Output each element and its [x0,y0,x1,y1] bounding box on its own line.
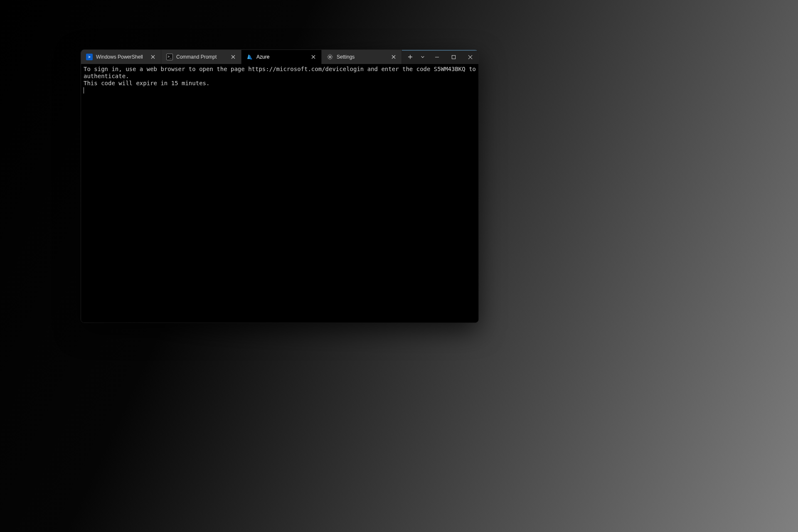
tab-label: Azure [256,54,306,60]
svg-point-2 [329,56,331,58]
window-controls [429,50,478,64]
close-icon [468,55,473,59]
powershell-icon: > [86,54,93,60]
tab-close-button[interactable] [310,53,317,61]
tab-label: Command Prompt [176,54,226,60]
minimize-button[interactable] [429,50,445,64]
svg-marker-1 [249,55,252,59]
tab-actions [402,50,429,64]
plus-icon [408,54,413,59]
tab-dropdown-button[interactable] [417,51,429,63]
tab-label: Settings [337,54,387,60]
terminal-line: To sign in, use a web browser to open th… [84,66,478,79]
terminal-line: This code will expire in 15 minutes. [84,80,209,86]
tab-label: Windows PowerShell [96,54,146,60]
minimize-icon [435,55,439,59]
text-cursor [84,87,84,94]
close-icon [311,55,315,59]
svg-marker-0 [247,54,251,59]
tab-azure[interactable]: Azure [241,50,322,64]
gear-icon [327,54,333,60]
terminal-pane[interactable]: To sign in, use a web browser to open th… [81,64,478,323]
azure-icon [246,54,253,60]
close-icon [231,55,235,59]
tab-strip: > Windows PowerShell Command Prompt [81,50,402,64]
new-tab-button[interactable] [404,51,416,63]
tab-cmd[interactable]: Command Prompt [161,50,241,64]
maximize-icon [451,55,456,59]
close-icon [392,55,396,59]
cmd-icon [166,54,173,60]
tab-close-button[interactable] [229,53,237,61]
title-bar[interactable]: > Windows PowerShell Command Prompt [81,50,478,64]
tab-close-button[interactable] [390,53,397,61]
tab-close-button[interactable] [149,53,157,61]
terminal-window: > Windows PowerShell Command Prompt [81,50,478,323]
maximize-button[interactable] [445,50,462,64]
chevron-down-icon [421,55,425,59]
tab-settings[interactable]: Settings [322,50,402,64]
svg-rect-3 [452,55,455,59]
window-close-button[interactable] [462,50,478,64]
tab-powershell[interactable]: > Windows PowerShell [81,50,161,64]
close-icon [151,55,155,59]
